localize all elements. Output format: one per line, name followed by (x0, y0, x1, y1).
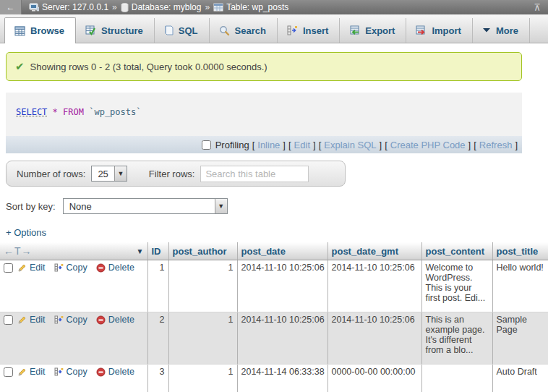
check-icon: ✔ (15, 60, 25, 73)
tab-export[interactable]: Export (340, 18, 406, 43)
row-checkbox[interactable] (4, 315, 13, 325)
sql-query: SELECT * FROM `wp_posts` (6, 93, 522, 136)
sort-toggle-icon[interactable]: ▼ (137, 247, 144, 255)
rows-per-page-select[interactable]: 25 ▼ (91, 166, 127, 182)
profiling-checkbox[interactable] (202, 140, 211, 150)
row-checkbox[interactable] (4, 367, 13, 377)
copy-row-link[interactable]: Copy (67, 263, 87, 273)
tab-more[interactable]: More (473, 18, 530, 43)
insert-icon (287, 25, 298, 35)
tab-sql[interactable]: SQL (155, 18, 210, 43)
column-header-post-author[interactable]: post_author (168, 242, 237, 260)
tab-sql-label: SQL (179, 25, 198, 36)
pencil-icon (17, 263, 27, 273)
profiling-label: Profiling (215, 140, 249, 150)
filter-rows-label: Filter rows: (149, 169, 195, 179)
cell-post-title: Sample Page (492, 312, 548, 365)
table-row: Edit Copy Delete 1 1 2014-11-10 10:25:06… (0, 260, 548, 312)
delete-row-link[interactable]: Delete (108, 315, 134, 325)
cell-post-date-gmt: 0000-00-00 00:00:00 (327, 365, 421, 392)
table-row: Edit Copy Delete 3 1 2014-11-14 06:33:38… (0, 365, 548, 392)
delete-icon (96, 315, 106, 325)
cell-post-date-gmt: 2014-11-10 10:25:06 (327, 260, 421, 312)
delete-row-link[interactable]: Delete (108, 263, 134, 273)
search-icon (219, 25, 230, 36)
cell-post-content: This is an example page. It's different … (421, 312, 492, 365)
options-toggle-link[interactable]: + Options (6, 227, 46, 238)
cell-post-author: 1 (168, 365, 237, 392)
sql-keyword-select[interactable]: SELECT (16, 107, 47, 117)
edit-row-link[interactable]: Edit (30, 263, 46, 273)
refresh-link[interactable]: Refresh (479, 140, 513, 150)
column-header-post-date[interactable]: post_date (237, 242, 327, 260)
cell-post-title: Hello world! (492, 260, 548, 312)
header-row: ←T→ ▼ ID post_author post_date post_date… (0, 242, 548, 260)
copy-icon (54, 367, 64, 376)
cell-id: 3 (147, 365, 168, 392)
column-header-post-content[interactable]: post_content (421, 242, 492, 260)
sort-by-key-select[interactable]: None ▼ (63, 198, 228, 214)
tab-structure-label: Structure (101, 25, 143, 36)
delete-row-link[interactable]: Delete (108, 367, 134, 377)
tab-browse-label: Browse (30, 25, 64, 36)
breadcrumb-database[interactable]: Database: myblog (121, 2, 202, 12)
results-table: ←T→ ▼ ID post_author post_date post_date… (0, 242, 548, 392)
structure-icon (85, 25, 96, 35)
copy-row-link[interactable]: Copy (67, 315, 87, 325)
sql-icon (164, 25, 174, 36)
cell-id: 2 (147, 312, 168, 365)
server-icon (29, 3, 39, 12)
column-header-post-title[interactable]: post_title (492, 242, 548, 260)
tab-import-label: Import (432, 25, 461, 36)
tab-more-label: More (496, 25, 518, 36)
rows-control-bar: Number of rows: 25 ▼ Filter rows: (6, 161, 346, 187)
row-checkbox[interactable] (4, 263, 13, 273)
bracket: ] (313, 140, 316, 150)
import-icon (416, 25, 427, 35)
breadcrumb-bar: ← Server: 127.0.0.1 » Database: myblog »… (0, 0, 548, 14)
explain-sql-link[interactable]: Explain SQL (324, 140, 376, 150)
bracket: ] (515, 140, 518, 150)
delete-icon (96, 367, 106, 377)
bracket: ] (380, 140, 382, 150)
table-row: Edit Copy Delete 2 1 2014-11-10 10:25:06… (0, 312, 548, 365)
inline-link[interactable]: Inline (257, 140, 280, 150)
tab-structure[interactable]: Structure (76, 18, 155, 43)
back-arrow-button[interactable]: ← (0, 0, 22, 14)
bracket: ] (283, 140, 286, 150)
table-filter-input[interactable] (200, 166, 309, 182)
select-arrow-icon: ▼ (114, 166, 127, 181)
column-arrows-icon[interactable]: ←T→ (4, 245, 33, 257)
cell-post-content: Welcome to WordPress. This is your first… (421, 260, 492, 312)
database-icon (121, 3, 129, 12)
tab-insert-label: Insert (303, 25, 328, 36)
breadcrumb-separator: » (112, 2, 117, 12)
query-actions-bar: Profiling [ Inline ] [ Edit ] [ Explain … (6, 136, 522, 153)
breadcrumb-server[interactable]: Server: 127.0.0.1 (29, 2, 108, 12)
copy-row-link[interactable]: Copy (67, 367, 87, 377)
create-php-code-link[interactable]: Create PHP Code (390, 140, 466, 150)
select-arrow-icon: ▼ (215, 199, 227, 213)
edit-row-link[interactable]: Edit (30, 315, 46, 325)
collapse-icon[interactable]: ⊼ (526, 2, 548, 13)
cell-post-date: 2014-11-14 06:33:38 (237, 365, 327, 392)
bracket: [ (385, 140, 388, 150)
tab-import[interactable]: Import (406, 18, 472, 43)
pencil-icon (17, 367, 27, 377)
column-header-post-date-gmt[interactable]: post_date_gmt (327, 242, 421, 260)
tab-search[interactable]: Search (210, 18, 278, 43)
browse-icon (14, 26, 25, 36)
edit-query-link[interactable]: Edit (294, 140, 310, 150)
column-header-id[interactable]: ID (147, 242, 168, 260)
tab-insert[interactable]: Insert (278, 18, 340, 43)
cell-post-date-gmt: 2014-11-10 10:25:06 (327, 312, 421, 365)
cell-post-date: 2014-11-10 10:25:06 (237, 312, 327, 365)
cell-post-author: 1 (168, 312, 237, 365)
edit-row-link[interactable]: Edit (30, 367, 46, 377)
breadcrumb-table[interactable]: Table: wp_posts (213, 2, 288, 12)
tab-browse[interactable]: Browse (4, 17, 76, 43)
success-message: ✔ Showing rows 0 - 2 (3 total, Query too… (6, 52, 522, 81)
sort-by-key-value: None (64, 199, 215, 213)
number-of-rows-label: Number of rows: (17, 169, 85, 179)
sql-star: * (53, 107, 58, 117)
